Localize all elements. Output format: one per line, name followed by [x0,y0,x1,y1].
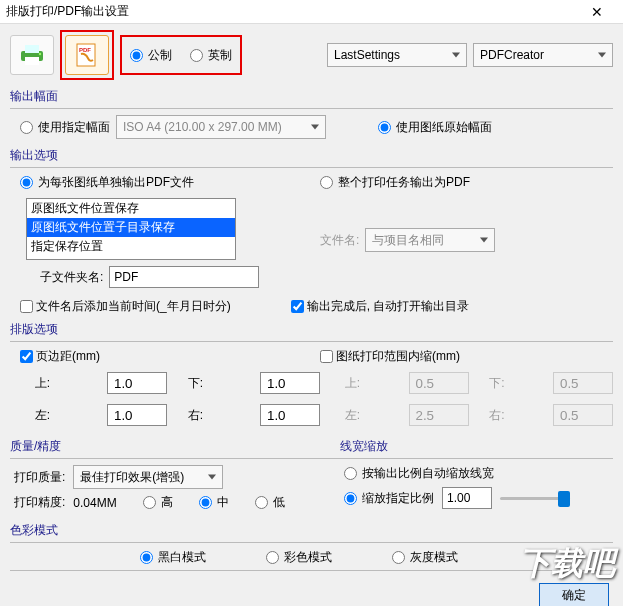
margin-bottom-input[interactable] [260,372,320,394]
linewidth-slider[interactable] [500,489,570,507]
quality-legend: 质量/精度 [10,438,340,455]
list-item[interactable]: 指定保存位置 [27,237,235,256]
unit-metric-radio[interactable]: 公制 [130,47,172,64]
toolbar: PDF 公制 英制 LastSettings PDFCreator [10,30,613,80]
paper-combo[interactable]: ISO A4 (210.00 x 297.00 MM) [116,115,326,139]
auto-open-check[interactable]: 输出完成后, 自动打开输出目录 [291,298,470,315]
close-button[interactable]: ✕ [577,0,617,24]
margin-check[interactable]: 页边距(mm) [20,348,100,365]
unit-imperial-radio[interactable]: 英制 [190,47,232,64]
precision-high-radio[interactable]: 高 [143,494,173,511]
margin-right-input[interactable] [260,404,320,426]
list-item[interactable]: 原图纸文件位置保存 [27,199,235,218]
save-location-list[interactable]: 原图纸文件位置保存 原图纸文件位置子目录保存 指定保存位置 [26,198,236,260]
pdf-icon: PDF [73,42,101,68]
quality-label: 打印质量: [14,469,65,486]
svg-rect-1 [25,45,39,53]
svg-point-3 [39,53,41,55]
precision-value: 0.04MM [73,496,135,510]
pdf-button-highlight: PDF [60,30,114,80]
pdf-button[interactable]: PDF [65,35,109,75]
color-color-radio[interactable]: 彩色模式 [266,549,332,566]
color-bw-radio[interactable]: 黑白模式 [140,549,206,566]
linewidth-legend: 线宽缩放 [340,438,613,455]
output-legend: 输出选项 [10,147,613,164]
layout-legend: 排版选项 [10,321,613,338]
linewidth-fixed-radio[interactable]: 缩放指定比例 [344,490,434,507]
append-time-check[interactable]: 文件名后添加当前时间(_年月日时分) [20,298,231,315]
quality-combo[interactable]: 最佳打印效果(增强) [73,465,223,489]
titlebar: 排版打印/PDF输出设置 ✕ [0,0,623,24]
unit-highlight: 公制 英制 [120,35,242,75]
print-button[interactable] [10,35,54,75]
color-gray-radio[interactable]: 灰度模式 [392,549,458,566]
filename-label: 文件名: [320,232,359,249]
colormode-legend: 色彩模式 [10,522,613,539]
precision-low-radio[interactable]: 低 [255,494,285,511]
svg-rect-2 [25,57,39,65]
window-title: 排版打印/PDF输出设置 [6,3,577,20]
linewidth-value-input[interactable] [442,487,492,509]
inset-bottom-input [553,372,613,394]
margin-top-input[interactable] [107,372,167,394]
use-specified-radio[interactable]: 使用指定幅面 [20,119,110,136]
precision-mid-radio[interactable]: 中 [199,494,229,511]
frame-legend: 输出幅面 [10,88,613,105]
inset-right-input [553,404,613,426]
each-pdf-radio[interactable]: 为每张图纸单独输出PDF文件 [20,174,194,191]
inset-check[interactable]: 图纸打印范围内缩(mm) [320,348,460,365]
subfolder-input[interactable] [109,266,259,288]
whole-pdf-radio[interactable]: 整个打印任务输出为PDF [320,174,470,191]
precision-label: 打印精度: [14,494,65,511]
inset-top-input [409,372,469,394]
ok-button[interactable]: 确定 [539,583,609,606]
settings-combo[interactable]: LastSettings [327,43,467,67]
printer-combo[interactable]: PDFCreator [473,43,613,67]
inset-left-input [409,404,469,426]
subfolder-label: 子文件夹名: [40,269,103,286]
svg-text:PDF: PDF [79,47,91,53]
filename-combo: 与项目名相同 [365,228,495,252]
list-item[interactable]: 原图纸文件位置子目录保存 [27,218,235,237]
margin-left-input[interactable] [107,404,167,426]
linewidth-auto-radio[interactable]: 按输出比例自动缩放线宽 [344,465,494,482]
use-original-radio[interactable]: 使用图纸原始幅面 [378,119,492,136]
printer-icon [18,43,46,67]
